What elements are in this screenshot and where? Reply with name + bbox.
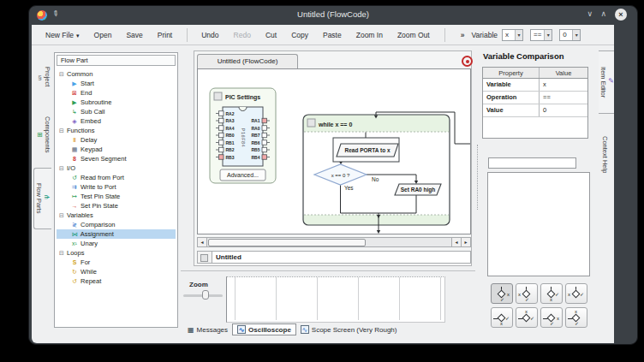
tree-item-end[interactable]: ⊠ End: [57, 88, 176, 98]
read-porta-block[interactable]: Read PORTA to x: [333, 138, 399, 162]
scroll-left-icon[interactable]: ◂: [451, 238, 461, 246]
redo-button: Redo: [234, 31, 251, 39]
property-value[interactable]: ==: [540, 92, 587, 104]
tree-group-common[interactable]: ⊟Common: [57, 69, 176, 79]
print-button[interactable]: Print: [158, 31, 172, 39]
scroll-left-icon[interactable]: ◂: [198, 238, 207, 246]
window-title: Untitled (FlowCode): [29, 9, 637, 19]
branch-style-button-4[interactable]: ✓x: [565, 283, 587, 304]
branch-style-button-8[interactable]: x✓: [565, 307, 587, 328]
tree-item-embed[interactable]: ◈ Embed: [57, 116, 176, 126]
new-file-button[interactable]: New File▾: [45, 31, 80, 39]
cut-button[interactable]: Cut: [265, 31, 277, 39]
tab-oscilloscope[interactable]: ∿Oscilloscope: [232, 323, 296, 335]
maximize-button[interactable]: ∧: [600, 9, 606, 18]
tree-item-seven-segment[interactable]: 8 Seven Segment: [57, 154, 176, 163]
scrollbar-thumb[interactable]: [208, 239, 366, 246]
open-button[interactable]: Open: [94, 31, 112, 39]
tree-item-while[interactable]: ↻ While: [57, 267, 176, 276]
tree-group-functions[interactable]: ⊟Functions: [57, 126, 176, 135]
tree-group-variables[interactable]: ⊟Variables: [57, 211, 176, 220]
zoom-in-button[interactable]: Zoom In: [356, 31, 383, 39]
property-value[interactable]: x: [540, 79, 587, 91]
collapse-icon[interactable]: ⊟: [59, 163, 67, 173]
undo-button[interactable]: Undo: [201, 31, 218, 39]
tree-item-sub-call[interactable]: ↳ Sub Call: [57, 107, 176, 116]
branch-style-button-6[interactable]: x✓: [516, 307, 538, 328]
while-checkbox[interactable]: [307, 119, 315, 127]
set-ra0-block[interactable]: Set RA0 high: [395, 184, 441, 195]
tree-header[interactable]: Flow Part: [57, 55, 176, 66]
value-select[interactable]: 0▾: [559, 29, 581, 41]
tab-project[interactable]: Project §: [36, 50, 51, 104]
tab-messages[interactable]: ▦Messages: [188, 326, 228, 334]
oscilloscope-display: [226, 276, 445, 323]
splitter[interactable]: [181, 270, 475, 271]
panel-splitter-handle[interactable]: [477, 145, 478, 210]
flowchart-name-checkbox[interactable]: [200, 254, 208, 262]
zoom-out-button[interactable]: Zoom Out: [397, 31, 430, 39]
zoom-slider-thumb[interactable]: [202, 290, 209, 300]
collapse-icon[interactable]: ⊟: [59, 126, 67, 135]
tree-item-delay[interactable]: ‖ Delay: [57, 135, 176, 145]
tab-context-help[interactable]: Context Help: [601, 121, 609, 189]
table-row: Operation ==: [483, 92, 587, 104]
branch-style-button-7[interactable]: x✓: [540, 307, 563, 328]
collapse-icon[interactable]: ⊟: [59, 248, 67, 258]
tree-item-comparison[interactable]: ≷ Comparison: [57, 220, 176, 229]
tree-item-set-pin-state[interactable]: → Set Pin State: [57, 201, 176, 211]
tab-flow-parts[interactable]: ⋔ Flow Parts: [33, 168, 51, 229]
tree-item-unary[interactable]: x¹ Unary: [57, 239, 176, 248]
tree-item-for[interactable]: S For: [57, 258, 176, 267]
tree-item-keypad[interactable]: ▦ Keypad: [57, 145, 176, 154]
pic-settings-checkbox[interactable]: [214, 92, 222, 100]
item-editor-list[interactable]: [487, 172, 590, 276]
title-bar[interactable]: ✎ Untitled (FlowCode) ∨ ∧ ×: [29, 6, 637, 25]
branch-style-button-3[interactable]: ✓x: [540, 283, 563, 304]
flowchart-name-bar[interactable]: Untitled: [197, 251, 471, 264]
tree-item-assignment[interactable]: ⋈ Assignment: [57, 229, 176, 239]
scroll-right-icon[interactable]: ▸: [461, 238, 470, 246]
document-tab[interactable]: Untitled (FlowCode): [197, 54, 298, 68]
tree-item-repeat[interactable]: ↺ Repeat: [57, 276, 176, 286]
item-editor-input[interactable]: [488, 157, 576, 169]
paste-button[interactable]: Paste: [323, 31, 342, 39]
minimize-button[interactable]: ∨: [587, 9, 593, 18]
pin-label: RB6: [251, 140, 259, 145]
branch-style-button-5[interactable]: ✓x: [491, 307, 513, 328]
flow-parts-panel: Flow Part ⊟Common ▶ Start ⊠ End ▶ Subrou…: [54, 52, 178, 328]
copy-button[interactable]: Copy: [291, 31, 308, 39]
toolbar-overflow-button[interactable]: »: [461, 31, 465, 39]
close-button[interactable]: ×: [615, 9, 627, 21]
branch-style-button-2[interactable]: ✓x: [516, 283, 538, 304]
collapse-icon[interactable]: ⊟: [59, 211, 67, 220]
operation-select[interactable]: ==▾: [530, 29, 552, 41]
pic-settings-panel[interactable]: PIC Settings P16F84: [210, 88, 276, 183]
tab-item-editor[interactable]: ✎ Item Editor: [599, 50, 614, 114]
tree-item-read-from-port[interactable]: ↺ Read from Port: [57, 173, 176, 182]
flowchart-canvas[interactable]: PIC Settings P16F84: [197, 68, 471, 234]
tree-group-io[interactable]: ⊟I/O: [57, 163, 176, 173]
pin-label: RA4: [226, 126, 235, 131]
pin-label: RB2: [226, 147, 235, 152]
test-pin-icon: ↦: [70, 192, 79, 201]
tree-item-start[interactable]: ▶ Start: [57, 79, 176, 88]
close-document-icon[interactable]: [462, 56, 473, 67]
tree-item-test-pin-state[interactable]: ↦ Test Pin State: [57, 192, 176, 201]
tree-group-loops[interactable]: ⊟Loops: [57, 248, 176, 258]
horizontal-scrollbar[interactable]: ◂ ◂ ▸: [197, 237, 471, 247]
tab-components[interactable]: Components ⊞: [36, 104, 51, 165]
collapse-icon[interactable]: ⊟: [59, 69, 67, 79]
decision-label: x == 0 ?: [331, 173, 350, 178]
branch-style-button-1[interactable]: x✓: [491, 283, 513, 304]
end-icon: ⊠: [70, 88, 79, 98]
save-button[interactable]: Save: [126, 31, 142, 39]
chevron-down-icon: ▾: [572, 30, 580, 40]
variable-select[interactable]: x▾: [502, 29, 523, 41]
flowchart-name[interactable]: Untitled: [212, 252, 470, 263]
property-value[interactable]: 0: [540, 104, 587, 116]
tree-item-write-to-port[interactable]: ⇉ Write to Port: [57, 182, 176, 192]
pin-label: RB0: [226, 133, 235, 138]
tab-scope-screen[interactable]: ∿Scope Screen (Very Rough): [301, 325, 397, 334]
tree-item-subroutine[interactable]: ▶ Subroutine: [57, 98, 176, 107]
